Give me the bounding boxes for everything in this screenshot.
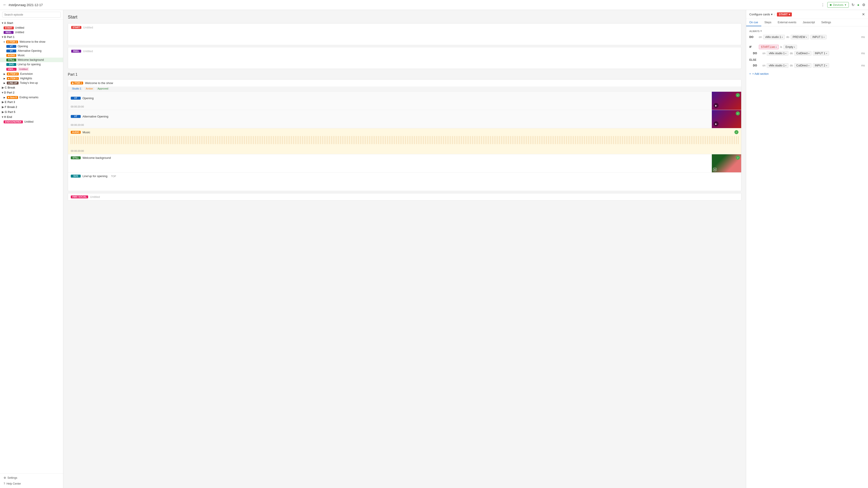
- sidebar-section-e[interactable]: ▶ E Part 3: [0, 100, 63, 105]
- input-2[interactable]: INPUT 1 ▾: [813, 51, 829, 56]
- vmix-target-2[interactable]: vMix studio 1 ▾: [767, 51, 788, 56]
- devices-button[interactable]: Devices ▾: [827, 2, 849, 8]
- back-button[interactable]: ←: [3, 2, 7, 7]
- sidebar-item-lineup[interactable]: ▶ LINE-UP Today's line-up: [0, 80, 63, 85]
- do-row-1: DO on vMix studio 1 ▾ do PREVIEW ▾ INPUT…: [749, 34, 865, 40]
- action-cutdirect-2[interactable]: CutDirect ▾: [794, 63, 811, 68]
- media-row-still[interactable]: STILL Welcome background ✓ ⊞: [68, 154, 741, 172]
- reel-card-empty: [68, 55, 741, 69]
- vmix-target-3[interactable]: vMix studio 1 ▾: [767, 63, 788, 68]
- section-e-label: Part 3: [7, 101, 15, 104]
- item1-card-header[interactable]: ▶ ITEM 1 Welcome to the show: [68, 79, 741, 87]
- vmix-card[interactable]: VMIX SOCIAL Untitled: [68, 193, 741, 201]
- sidebar-item-vmix[interactable]: VMIX... Untitled: [0, 67, 63, 72]
- item3-expand: ▶: [4, 77, 5, 80]
- section-e-arrow: ▶: [2, 101, 4, 104]
- sidebar-section-c[interactable]: ▶ C Break: [0, 85, 63, 90]
- input-1[interactable]: INPUT 1 ▾: [810, 35, 827, 39]
- media-row-vt-alt[interactable]: VT Alternative Opening 00:00:20:00 ✓ ▶: [68, 110, 741, 128]
- sidebar-content: ▾ A Start START Untitled REEL Untitled ▾…: [0, 20, 63, 473]
- devices-arrow-icon: ▾: [845, 3, 846, 6]
- start-live-chip[interactable]: START.Live ▾: [759, 45, 779, 49]
- sidebar-item-start[interactable]: START Untitled: [0, 26, 63, 30]
- vmix-card-label: Untitled: [90, 195, 100, 199]
- sidebar-section-h[interactable]: ▾ H End: [0, 115, 63, 120]
- sidebar-section-d[interactable]: ▾ D Part 2: [0, 90, 63, 95]
- section-a-arrow: ▾: [2, 22, 3, 25]
- settings-icon[interactable]: ⚙: [862, 3, 865, 7]
- item2-tag: ▶ITEM 2: [7, 72, 19, 75]
- always-section: ALWAYS ▾ DO on vMix studio 1 ▾ do PREVIE…: [749, 30, 865, 40]
- start-card[interactable]: START Untitled: [68, 23, 741, 45]
- section-h-label: End: [7, 116, 12, 119]
- if-row: IF START.Live ▾ is Empty ▾: [749, 44, 865, 50]
- audio-label: Music: [18, 54, 25, 57]
- action-preview[interactable]: PREVIEW ▾: [791, 35, 809, 39]
- vmix-card-header: VMIX SOCIAL Untitled: [68, 193, 741, 200]
- media-vt1-play[interactable]: ▶: [714, 103, 719, 108]
- search-input[interactable]: [2, 12, 61, 18]
- item1-card-label: Welcome to the show: [85, 81, 113, 85]
- reel-card[interactable]: REEL Untitled: [68, 47, 741, 69]
- media-row-svo[interactable]: SVO Line'up for opening TOP: [68, 172, 741, 191]
- action-cutdirect-1[interactable]: CutDirect ▾: [794, 51, 811, 56]
- sidebar-section-b[interactable]: ▾ B Part 1: [0, 35, 63, 39]
- configure-arrow[interactable]: ▾: [771, 13, 773, 16]
- part1-title: Part 1: [68, 72, 741, 76]
- sidebar-item-still[interactable]: STILL Welcome background: [0, 58, 63, 62]
- always-arrow[interactable]: ▾: [761, 30, 762, 33]
- close-button[interactable]: ✕: [862, 12, 865, 17]
- input-3[interactable]: INPUT 2 ▾: [813, 63, 829, 68]
- media-row-vt-opening[interactable]: VT Opening 00:00:20:00 ✓ ▶: [68, 92, 741, 110]
- sidebar-section-f[interactable]: ▶ F Break 2: [0, 105, 63, 109]
- sidebar-item-endgen[interactable]: ENDGENERIEK Untitled: [0, 120, 63, 124]
- help-footer-item[interactable]: ? Help Center: [2, 481, 61, 486]
- sidebar-item-audio[interactable]: AUDIO Music: [0, 53, 63, 58]
- profile-icon[interactable]: ●: [857, 3, 860, 7]
- audio-row-left: AUDIO Music ✓ 00:00:20:00: [68, 128, 741, 154]
- media-audio-tag: AUDIO: [71, 131, 81, 134]
- settings-footer-item[interactable]: ⚙ Settings: [2, 475, 61, 480]
- sidebar-item-item3[interactable]: ▶ ▶ITEM 3 Highlights: [0, 76, 63, 80]
- section-g-arrow: ▶: [2, 110, 4, 113]
- sidebar-item-item8[interactable]: ▶ ▶Item 8 Ending remarks: [0, 95, 63, 100]
- is-label: is: [780, 45, 782, 48]
- sidebar-item-vt-opening[interactable]: VT Opening: [0, 44, 63, 48]
- more-icon[interactable]: ⋮: [821, 3, 825, 7]
- vmix-target-1[interactable]: vMix studio 1 ▾: [763, 35, 785, 39]
- start-badge[interactable]: START ▾: [777, 12, 792, 17]
- item2-label: Eurovision: [20, 72, 33, 75]
- section-f-label: Break 2: [7, 105, 17, 109]
- reel-label: Untitled: [15, 31, 24, 34]
- sidebar-section-g[interactable]: ▶ G Part 5: [0, 109, 63, 115]
- start-tag: START: [4, 26, 14, 29]
- empty-chip[interactable]: Empty ▾: [783, 45, 797, 49]
- tab-external-events[interactable]: External events: [774, 19, 800, 26]
- sidebar-item-reel[interactable]: REEL Untitled: [0, 30, 63, 35]
- sidebar-section-a[interactable]: ▾ A Start: [0, 21, 63, 26]
- sidebar-item-item2[interactable]: ▶ ▶ITEM 2 Eurovision: [0, 72, 63, 76]
- reel-card-tag: REEL: [71, 50, 81, 53]
- section-b-label: Part 1: [7, 35, 14, 39]
- still-check: ✓: [736, 156, 740, 160]
- add-section-icon: +: [749, 72, 751, 75]
- add-section-button[interactable]: + + Add section: [749, 72, 865, 75]
- reel-card-label: Untitled: [83, 50, 93, 53]
- sidebar-item-vt-alt[interactable]: VT Alternative Opening: [0, 48, 63, 53]
- svo-content: [68, 180, 741, 191]
- vt1-tag: VT: [6, 45, 16, 48]
- media-row-audio[interactable]: AUDIO Music ✓ 00:00:20:00: [68, 128, 741, 154]
- tab-javascript[interactable]: Javascript: [800, 19, 818, 26]
- media-vt2-play[interactable]: ▶: [714, 121, 719, 126]
- tab-steps[interactable]: Steps: [761, 19, 775, 26]
- section-f-id: F: [5, 105, 6, 109]
- center-panel: Start START Untitled REEL Untitled Part …: [63, 10, 746, 488]
- tab-on-cue[interactable]: On cue: [746, 19, 761, 26]
- tab-settings[interactable]: Settings: [818, 19, 834, 26]
- sidebar-item-svo[interactable]: SVO Line'up for opening: [0, 62, 63, 67]
- sidebar-item-item1[interactable]: ▾ ▶ITEM 1 Welcome to the show: [0, 39, 63, 44]
- section-e-id: E: [5, 101, 6, 104]
- refresh-icon[interactable]: ↻: [851, 3, 855, 7]
- media-row-left-alt: VT Alternative Opening 00:00:20:00: [68, 110, 712, 128]
- audio-tag: AUDIO: [6, 54, 16, 57]
